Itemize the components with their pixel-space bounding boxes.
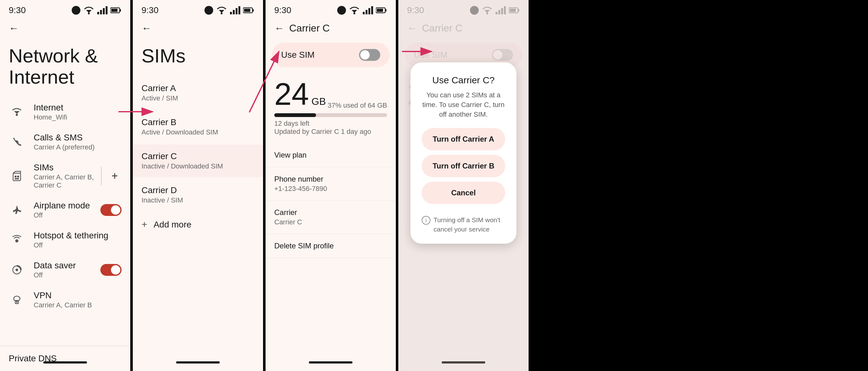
use-sim-toggle-thumb	[360, 50, 370, 60]
menu-item-calls[interactable]: Calls & SMS Carrier A (preferred)	[0, 127, 130, 157]
status-bar-3: 9:30	[266, 0, 396, 18]
hotspot-menu-icon	[9, 232, 25, 248]
svg-rect-33	[363, 12, 365, 15]
data-days-left: 12 days left	[274, 119, 387, 127]
add-more-button[interactable]: + Add more	[133, 212, 263, 237]
svg-rect-12	[14, 176, 17, 177]
sims-divider	[101, 167, 102, 186]
airplane-right	[100, 204, 122, 216]
sims-right: +	[98, 167, 122, 186]
status-bar-2: 9:30	[133, 0, 263, 18]
cancel-button[interactable]: Cancel	[422, 181, 505, 204]
svg-marker-22	[219, 10, 224, 13]
use-sim-row[interactable]: Use SIM	[272, 43, 390, 67]
dialog-info: i Turning off a SIM won't cancel your se…	[422, 210, 505, 234]
signal-icon-2	[230, 6, 241, 15]
back-button-3[interactable]: ←	[274, 23, 284, 34]
data-progress-bar	[274, 113, 387, 117]
page-title-2: SIMs	[133, 39, 263, 76]
detail-delete-sim[interactable]: Delete SIM profile	[266, 234, 396, 258]
data-section: 24 GB 37% used of 64 GB 12 days left Upd…	[266, 71, 396, 143]
menu-item-datasaver[interactable]: Data saver Off	[0, 255, 130, 285]
airplane-menu-icon	[9, 202, 25, 218]
svg-rect-7	[120, 9, 121, 11]
turn-off-carrier-b-button[interactable]: Turn off Carrier B	[422, 155, 505, 177]
status-time-3: 9:30	[274, 5, 291, 15]
bottom-bar-3	[309, 361, 352, 364]
signal-icon-3	[363, 6, 373, 15]
svg-rect-5	[106, 6, 107, 15]
svg-rect-35	[368, 8, 370, 15]
dialog-info-text: Turning off a SIM won't cancel your serv…	[434, 215, 505, 234]
back-button-2[interactable]: ←	[142, 23, 152, 34]
data-amount: 24 GB	[274, 78, 326, 110]
dialog-title: Use Carrier C?	[422, 75, 505, 85]
menu-item-vpn[interactable]: VPN Carrier A, Carrier B	[0, 285, 130, 315]
status-icons-3	[337, 6, 387, 15]
svg-point-15	[15, 239, 19, 242]
turn-off-carrier-a-button[interactable]: Turn off Carrier A	[422, 128, 505, 150]
svg-rect-25	[233, 10, 235, 15]
data-updated: Updated by Carrier C 1 day ago	[274, 127, 387, 136]
svg-rect-39	[377, 9, 383, 12]
sim-item-carrier-c[interactable]: Carrier C Inactive / Downloaded SIM	[133, 144, 263, 177]
detail-phone-number[interactable]: Phone number +1-123-456-7890	[266, 167, 396, 201]
svg-point-23	[221, 12, 222, 15]
svg-rect-26	[236, 8, 238, 15]
data-header-row: 24 GB 37% used of 64 GB	[274, 78, 387, 110]
svg-rect-27	[239, 6, 240, 15]
menu-item-sims[interactable]: SIMs Carrier A, Carrier B, Carrier C +	[0, 157, 130, 195]
bottom-bar-2	[176, 361, 220, 364]
camera-dot-3	[337, 6, 346, 15]
panel-network-internet: 9:30 ← Network & Internet	[0, 0, 130, 371]
battery-icon-3	[376, 7, 387, 13]
svg-rect-2	[97, 12, 99, 15]
menu-text-internet: Internet Home_Wifi	[34, 103, 122, 121]
bottom-bar-1	[43, 361, 87, 364]
add-sim-button[interactable]: +	[108, 169, 122, 183]
svg-point-1	[88, 12, 90, 15]
sim-item-carrier-b[interactable]: Carrier B Active / Downloaded SIM	[133, 111, 263, 143]
camera-dot-1	[72, 6, 81, 15]
svg-marker-31	[351, 10, 357, 13]
sim-item-carrier-a[interactable]: Carrier A Active / SIM	[133, 77, 263, 109]
menu-text-sims: SIMs Carrier A, Carrier B, Carrier C	[34, 163, 98, 190]
menu-text-airplane: Airplane mode Off	[34, 201, 100, 219]
wifi-icon-3	[348, 6, 360, 15]
data-progress-fill	[274, 113, 316, 117]
add-more-plus-icon: +	[142, 219, 148, 230]
nav-bar-3: ← Carrier C	[266, 18, 396, 39]
menu-text-calls: Calls & SMS Carrier A (preferred)	[34, 133, 122, 151]
status-time-1: 9:30	[9, 5, 26, 15]
signal-icon-1	[97, 6, 108, 15]
datasaver-toggle[interactable]	[100, 264, 122, 276]
airplane-toggle[interactable]	[100, 204, 122, 216]
detail-view-plan[interactable]: View plan	[266, 143, 396, 167]
datasaver-toggle-thumb	[111, 265, 120, 275]
menu-item-internet[interactable]: Internet Home_Wifi	[0, 97, 130, 127]
svg-marker-0	[86, 10, 92, 13]
footer-private-dns[interactable]: Private DNS	[0, 346, 130, 371]
svg-rect-29	[252, 9, 254, 11]
status-time-2: 9:30	[142, 5, 159, 15]
wifi-icon-2	[216, 6, 227, 15]
menu-text-datasaver: Data saver Off	[34, 260, 100, 279]
dialog-overlay: Use Carrier C? You can use 2 SIMs at a t…	[398, 0, 529, 371]
svg-marker-9	[14, 111, 20, 114]
status-bar-1: 9:30	[0, 0, 130, 18]
menu-item-airplane[interactable]: Airplane mode Off	[0, 195, 130, 225]
battery-icon-2	[243, 7, 254, 13]
use-carrier-dialog: Use Carrier C? You can use 2 SIMs at a t…	[410, 62, 517, 244]
svg-point-17	[16, 269, 18, 271]
sim-item-carrier-d[interactable]: Carrier D Inactive / SIM	[133, 178, 263, 211]
detail-carrier[interactable]: Carrier Carrier C	[266, 201, 396, 234]
datasaver-menu-icon	[9, 262, 25, 278]
svg-point-32	[353, 12, 355, 15]
svg-rect-36	[371, 6, 373, 15]
status-icons-2	[205, 6, 254, 15]
menu-item-hotspot[interactable]: Hotspot & tethering Off	[0, 225, 130, 255]
back-button-1[interactable]: ←	[9, 23, 19, 34]
use-sim-toggle[interactable]	[359, 49, 380, 61]
vpn-menu-icon	[9, 292, 25, 308]
panel-sims: 9:30 ← SIMs Carri	[133, 0, 263, 371]
